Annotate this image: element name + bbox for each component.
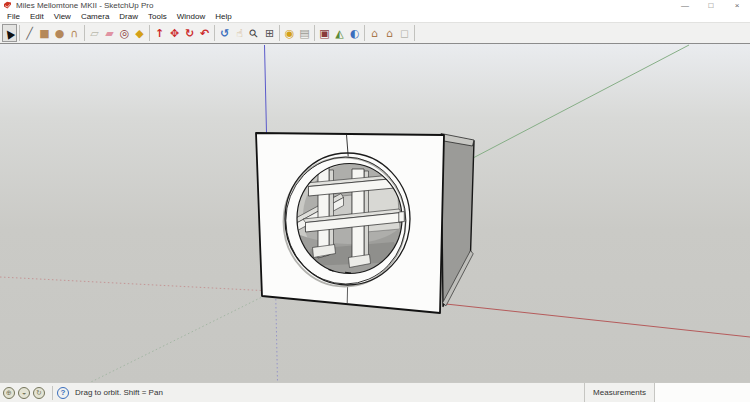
globe-icon: ◐ (350, 26, 360, 42)
status-bar: ⊕ ◒ ↻ ? Drag to orbit. Shift = Pan Measu… (0, 382, 750, 402)
tape-measure-icon: ◎ (120, 26, 130, 42)
green-axis-negative (91, 298, 261, 383)
orbit-icon: ↺ (220, 26, 229, 42)
red-axis (446, 304, 750, 337)
title-bar: Miles Mellomtone MKII - SketchUp Pro — □… (0, 0, 750, 11)
blue-axis-negative (276, 299, 278, 382)
push-pull-icon: ↑ (155, 26, 164, 42)
zoom-extents-tool[interactable]: ⊞ (262, 24, 277, 42)
rotate-icon: ↻ (185, 26, 194, 42)
close-button[interactable]: × (724, 0, 750, 11)
eraser-tool[interactable]: ▰ (102, 24, 117, 42)
share-building-icon: ⌂ (386, 26, 393, 42)
arc-tool[interactable]: ∩ (67, 24, 82, 42)
offset-tool[interactable]: ↶ (197, 24, 212, 42)
menu-bar: File Edit View Camera Draw Tools Window … (0, 11, 750, 22)
refresh-status-icon[interactable]: ↻ (33, 387, 45, 399)
red-axis-negative (0, 277, 261, 291)
toolbar-separator (279, 25, 280, 41)
help-icon[interactable]: ? (57, 387, 69, 399)
strut-end-tab (399, 212, 405, 222)
status-hint-text: Drag to orbit. Shift = Pan (75, 388, 163, 397)
toolbar-separator (314, 25, 315, 41)
model-scene (0, 44, 750, 382)
google-earth-tool[interactable]: ◐ (347, 24, 362, 42)
menu-edit[interactable]: Edit (25, 11, 49, 22)
circle-tool[interactable]: ● (52, 24, 67, 42)
viewport-canvas[interactable] (0, 44, 750, 382)
pan-tool[interactable]: ☝ (232, 24, 247, 42)
circle-icon: ● (55, 26, 65, 42)
terrain-icon: ▤ (299, 26, 309, 42)
menu-tools[interactable]: Tools (143, 11, 172, 22)
rectangle-icon: ■ (39, 26, 49, 42)
green-axis (473, 45, 689, 158)
extension-warehouse-icon: ◻ (400, 26, 409, 42)
menu-draw[interactable]: Draw (114, 11, 143, 22)
photo-textures-icon: ▣ (319, 26, 329, 42)
toolbar-separator (364, 25, 365, 41)
blue-axis (265, 45, 267, 133)
magnifier-icon: ⚲ (246, 25, 263, 42)
paint-bucket-icon: ◆ (135, 26, 143, 42)
hand-icon: ☝ (236, 26, 243, 42)
paint-bucket-tool[interactable]: ◆ (132, 24, 147, 42)
minimize-button[interactable]: — (672, 0, 698, 11)
measurements-input[interactable] (654, 383, 750, 402)
share-model-tool[interactable]: ⌂ (382, 24, 397, 42)
toolbar-separator (19, 25, 20, 41)
extension-warehouse-tool[interactable]: ◻ (397, 24, 412, 42)
toggle-terrain-tool[interactable]: ▤ (297, 24, 312, 42)
credits-status-icon[interactable]: ◒ (18, 387, 30, 399)
preview-earth-tool[interactable]: ◭ (332, 24, 347, 42)
add-location-tool[interactable]: ◉ (282, 24, 297, 42)
arc-icon: ∩ (70, 26, 78, 42)
menu-view[interactable]: View (49, 11, 76, 22)
tape-measure-tool[interactable]: ◎ (117, 24, 132, 42)
toolbar-separator (214, 25, 215, 41)
sketchup-logo-icon (3, 1, 12, 10)
get-models-tool[interactable]: ⌂ (367, 24, 382, 42)
eraser-icon: ▰ (105, 26, 113, 42)
getting-started-toolbar: ▶ ╱ ■ ● ∩ ▱ ▰ ◎ ◆ ↑ ✥ ↻ ↶ ↺ ☝ ⚲ ⊞ ◉ ▤ ▣ … (0, 22, 750, 44)
warehouse-building-icon: ⌂ (371, 26, 378, 42)
select-tool[interactable]: ▶ (2, 24, 17, 42)
preview-earth-icon: ◭ (335, 26, 343, 42)
component-icon: ▱ (90, 26, 98, 42)
menu-camera[interactable]: Camera (76, 11, 114, 22)
geolocation-status-icon[interactable]: ⊕ (3, 387, 15, 399)
menu-help[interactable]: Help (210, 11, 236, 22)
move-arrows-icon: ✥ (170, 26, 179, 42)
maximize-button[interactable]: □ (698, 0, 724, 11)
location-pin-icon: ◉ (285, 26, 295, 42)
speaker-box-model[interactable] (256, 133, 474, 313)
photo-textures-tool[interactable]: ▣ (317, 24, 332, 42)
select-arrow-icon: ▶ (1, 26, 19, 42)
rotate-tool[interactable]: ↻ (182, 24, 197, 42)
line-tool[interactable]: ╱ (22, 24, 37, 42)
make-component-tool[interactable]: ▱ (87, 24, 102, 42)
measurements-label: Measurements (585, 388, 654, 397)
toolbar-separator (84, 25, 85, 41)
rectangle-tool[interactable]: ■ (37, 24, 52, 42)
toolbar-separator (149, 25, 150, 41)
zoom-extents-icon: ⊞ (265, 26, 274, 42)
toolbar-separator (414, 25, 415, 41)
offset-icon: ↶ (200, 26, 209, 42)
orbit-tool[interactable]: ↺ (217, 24, 232, 42)
move-tool[interactable]: ✥ (167, 24, 182, 42)
menu-file[interactable]: File (2, 11, 25, 22)
menu-window[interactable]: Window (172, 11, 210, 22)
push-pull-tool[interactable]: ↑ (152, 24, 167, 42)
window-title: Miles Mellomtone MKII - SketchUp Pro (16, 1, 153, 10)
side-panel (441, 134, 474, 307)
statusbar-divider (52, 386, 53, 400)
zoom-tool[interactable]: ⚲ (247, 24, 262, 42)
pencil-icon: ╱ (26, 26, 33, 42)
